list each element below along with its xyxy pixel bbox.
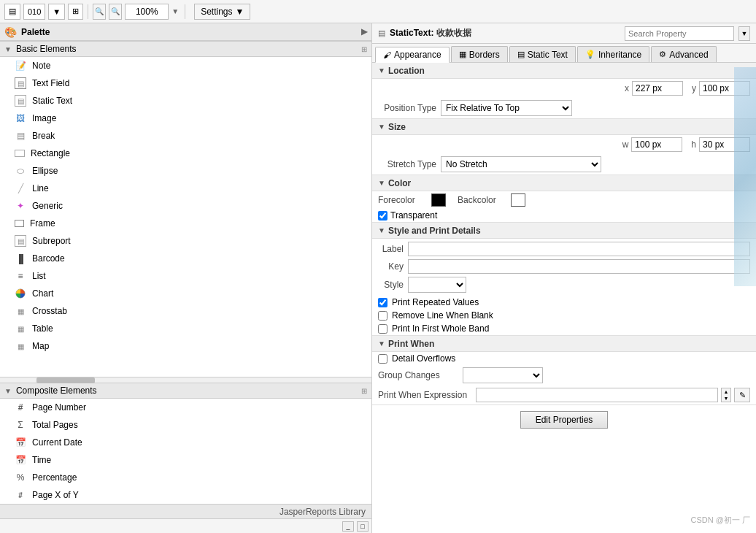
key-input[interactable] (408, 259, 750, 274)
palette-item-frame[interactable]: Frame (0, 215, 371, 232)
forecolor-swatch[interactable] (431, 193, 446, 207)
palette-item-time[interactable]: 📅 Time (0, 451, 371, 469)
basic-elements-header[interactable]: ▼ Basic Elements ⊞ (0, 41, 371, 57)
crosstab-label: Crosstab (32, 306, 67, 316)
generic-label: Generic (32, 201, 63, 211)
properties-content: ▼ Location x y Position Type Fix Relativ… (372, 63, 756, 533)
detail-overflows-row: Detail Overflows (372, 352, 756, 365)
total-pages-label: Total Pages (32, 420, 78, 430)
table-label: Table (32, 323, 53, 334)
palette-item-ellipse[interactable]: ⬭ Ellipse (0, 162, 371, 180)
palette-item-generic[interactable]: ✦ Generic (0, 197, 371, 215)
transparent-checkbox[interactable] (378, 211, 387, 221)
print-when-expr-input[interactable] (476, 388, 718, 402)
palette-item-rectangle[interactable]: Rectangle (0, 145, 371, 162)
palette-item-subreport[interactable]: ▤ Subreport (0, 232, 371, 250)
palette-item-current-date[interactable]: 📅 Current Date (0, 434, 371, 451)
palette-item-total-pages[interactable]: Σ Total Pages (0, 416, 371, 434)
print-when-expr-spinner[interactable]: ▲ ▼ (721, 388, 731, 402)
basic-collapse-icon: ▼ (4, 45, 12, 53)
statictext-label: Static Text (32, 96, 72, 106)
color-section-header: ▼ Color (372, 175, 756, 191)
palette-item-note[interactable]: 📝 Note (0, 57, 371, 74)
color-row: Forecolor Backcolor (372, 191, 756, 209)
style-print-section-title: Style and Print Details (388, 226, 481, 236)
tab-appearance[interactable]: 🖌 Appearance (375, 47, 450, 63)
toolbar-btn-3[interactable]: ▼ (48, 4, 65, 20)
tab-static-text[interactable]: ▤ Static Text (509, 46, 576, 62)
zoom-in-button[interactable]: 🔍 (109, 4, 122, 20)
zoom-out-button[interactable]: 🔍 (93, 4, 106, 20)
group-changes-select[interactable] (463, 367, 543, 383)
scrollbar-thumb[interactable] (36, 377, 95, 383)
label-input[interactable] (408, 242, 750, 256)
print-first-checkbox[interactable] (378, 324, 387, 334)
palette-item-page-number[interactable]: # Page Number (0, 399, 371, 416)
props-title-icon: ▤ (378, 28, 385, 38)
palette-item-text-field[interactable]: ▤ Text Field (0, 74, 371, 92)
style-select[interactable] (408, 277, 466, 293)
settings-button[interactable]: Settings ▼ (194, 4, 250, 20)
zoom-dropdown-arrow[interactable]: ▼ (171, 7, 179, 15)
composite-expand[interactable]: ⊞ (361, 387, 367, 395)
spinner-down[interactable]: ▼ (722, 395, 730, 402)
palette-item-page-x-of-y[interactable]: # Page X of Y (0, 486, 371, 504)
palette-item-list[interactable]: ≡ List (0, 267, 371, 285)
tab-inheritance[interactable]: 💡 Inheritance (577, 46, 649, 62)
palette-expand-icon[interactable]: ▶ (361, 27, 367, 37)
tab-advanced[interactable]: ⚙ Advanced (651, 46, 716, 62)
location-collapse-icon[interactable]: ▼ (378, 66, 385, 74)
color-collapse-icon[interactable]: ▼ (378, 179, 385, 187)
note-icon: 📝 (15, 60, 26, 72)
backcolor-swatch[interactable] (511, 193, 525, 207)
toolbar-btn-4[interactable]: ⊞ (68, 4, 83, 20)
palette-item-static-text[interactable]: ▤ Static Text (0, 92, 371, 110)
edit-properties-button[interactable]: Edit Properties (520, 411, 609, 429)
current-date-label: Current Date (32, 437, 82, 448)
location-section: ▼ Location x y Position Type Fix Relativ… (372, 63, 756, 119)
x-input[interactable] (632, 81, 683, 96)
detail-overflows-checkbox[interactable] (378, 354, 387, 364)
palette-item-percentage[interactable]: % Percentage (0, 469, 371, 486)
properties-header: ▤ StaticText: 收款收据 ▼ (372, 23, 756, 44)
palette-item-crosstab[interactable]: ▦ Crosstab (0, 302, 371, 320)
style-row: Style (378, 275, 750, 294)
palette-item-line[interactable]: ╱ Line (0, 180, 371, 197)
background-image (734, 67, 756, 286)
textfield-label: Text Field (32, 78, 69, 88)
size-collapse-icon[interactable]: ▼ (378, 123, 385, 131)
group-changes-label: Group Changes (378, 370, 458, 380)
w-input[interactable] (631, 137, 682, 152)
toolbar-btn-1[interactable]: ▤ (4, 4, 20, 20)
palette-item-barcode[interactable]: ||| Barcode (0, 250, 371, 267)
palette-item-break[interactable]: ▤ Break (0, 127, 371, 145)
line-label: Line (32, 183, 49, 193)
palette-item-map[interactable]: ▦ Map (0, 337, 371, 355)
palette-item-chart[interactable]: Chart (0, 285, 371, 302)
mini-btn-minimize[interactable]: _ (342, 521, 354, 532)
palette-scrollbar[interactable] (0, 377, 371, 383)
basic-elements-expand[interactable]: ⊞ (361, 45, 367, 53)
search-property-arrow[interactable]: ▼ (738, 26, 750, 41)
position-type-select[interactable]: Fix Relative To Top Float Fix Relative T… (441, 100, 572, 116)
settings-arrow: ▼ (236, 7, 244, 17)
h-label: h (691, 139, 696, 150)
rectangle-icon (15, 150, 25, 157)
composite-elements-header[interactable]: ▼ Composite Elements ⊞ (0, 383, 371, 399)
zoom-input[interactable]: 100% (125, 4, 169, 20)
toolbar-btn-2[interactable]: 010 (23, 4, 45, 20)
style-print-collapse-icon[interactable]: ▼ (378, 226, 385, 234)
stretch-type-select[interactable]: No Stretch Element Stretch Container Str… (441, 156, 601, 172)
palette-item-table[interactable]: ▦ Table (0, 320, 371, 337)
mini-btn-maximize[interactable]: □ (357, 521, 369, 532)
table-icon: ▦ (15, 323, 26, 334)
spinner-up[interactable]: ▲ (722, 388, 730, 395)
search-property-input[interactable] (625, 26, 734, 41)
print-repeated-checkbox[interactable] (378, 298, 387, 307)
palette-item-image[interactable]: 🖼 Image (0, 110, 371, 127)
detail-overflows-label: Detail Overflows (392, 353, 455, 364)
print-when-collapse-icon[interactable]: ▼ (378, 340, 385, 348)
tab-borders[interactable]: ▦ Borders (451, 46, 508, 62)
print-when-expr-edit-btn[interactable]: ✎ (734, 388, 750, 402)
remove-line-checkbox[interactable] (378, 311, 387, 321)
